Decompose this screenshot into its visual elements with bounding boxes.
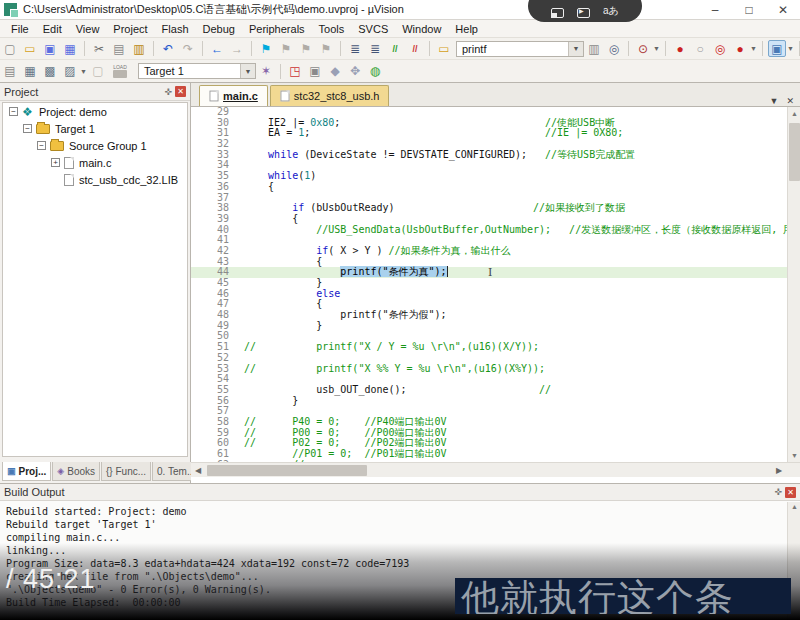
close-panel-icon[interactable]: ✕ <box>175 86 186 97</box>
workspace-tab-books[interactable]: ◈Books <box>52 462 100 481</box>
scroll-left-icon[interactable]: ◀ <box>191 463 205 478</box>
breakpoint-enable-icon[interactable]: ○ <box>691 40 709 57</box>
options-for-target-icon[interactable]: ✶ <box>257 63 275 80</box>
pin-icon[interactable]: ✜ <box>164 87 172 97</box>
batch-build-icon[interactable]: ▨ <box>61 63 79 80</box>
menu-flash[interactable]: Flash <box>155 23 196 35</box>
comment-icon[interactable]: // <box>386 40 404 57</box>
miniplayer-icon[interactable] <box>551 8 564 18</box>
copy-icon[interactable]: ▤ <box>110 40 128 57</box>
expand-icon[interactable]: + <box>51 158 60 167</box>
bookmark-next-icon[interactable]: ⚑ <box>297 40 315 57</box>
menu-help[interactable]: Help <box>448 23 485 35</box>
scroll-up-icon[interactable]: ▲ <box>788 503 800 510</box>
chevron-down-icon[interactable]: ▼ <box>240 64 255 78</box>
maximize-button[interactable]: □ <box>732 0 766 20</box>
collapse-icon[interactable]: − <box>23 124 32 133</box>
tree-item-target-1[interactable]: −Target 1 <box>3 120 187 137</box>
uncomment-icon[interactable]: // <box>406 40 424 57</box>
tree-item-project-demo[interactable]: −❖Project: demo <box>3 103 187 120</box>
breakpoint-insert-icon[interactable]: ● <box>671 40 689 57</box>
menu-file[interactable]: File <box>4 23 36 35</box>
paste-icon[interactable]: ▥ <box>130 40 148 57</box>
editor-tab-label: stc32_stc8_usb.h <box>294 90 380 102</box>
manage-components-icon[interactable]: ◳ <box>286 63 304 80</box>
stop-build-icon[interactable]: ▢ <box>89 63 107 80</box>
close-button[interactable]: ✕ <box>766 0 800 20</box>
new-file-icon[interactable]: ▢ <box>1 40 19 57</box>
chevron-down-icon[interactable]: ▼ <box>80 68 88 75</box>
binoculars-icon[interactable]: ◎ <box>605 40 623 57</box>
menu-edit[interactable]: Edit <box>36 23 69 35</box>
pack-installer-icon[interactable]: ◍ <box>366 63 384 80</box>
workspace-tab-func[interactable]: {} Func... <box>101 462 151 481</box>
navigate-forward-icon[interactable]: → <box>228 40 246 57</box>
tree-item-stc-usb-cdc-32-lib[interactable]: stc_usb_cdc_32.LIB <box>3 171 187 188</box>
tab-list-dropdown-icon[interactable]: ▼ <box>770 96 779 106</box>
editor-tab-main-c[interactable]: main.c <box>199 85 268 106</box>
collapse-icon[interactable]: − <box>37 141 46 150</box>
search-input[interactable]: printf <box>462 43 486 55</box>
menu-debug[interactable]: Debug <box>196 23 242 35</box>
undo-icon[interactable]: ↶ <box>159 40 177 57</box>
window-layout-icon[interactable]: ▣ <box>768 40 786 57</box>
unindent-icon[interactable]: ≣ <box>346 40 364 57</box>
target-select[interactable]: Target 1▼ <box>138 63 256 79</box>
select-device-icon[interactable]: ◆ <box>326 63 344 80</box>
toolbar-separator <box>84 41 85 56</box>
translate-file-icon[interactable]: ▤ <box>1 63 19 80</box>
chevron-down-icon[interactable]: ▼ <box>750 45 758 52</box>
indent-icon[interactable]: ≣ <box>366 40 384 57</box>
search-combobox[interactable]: printf▼ <box>456 41 584 57</box>
horizontal-scroll-thumb[interactable] <box>207 465 367 476</box>
menu-window[interactable]: Window <box>395 23 448 35</box>
scroll-up-icon[interactable]: ▲ <box>788 107 800 120</box>
bookmark-prev-icon[interactable]: ⚑ <box>277 40 295 57</box>
chevron-down-icon[interactable]: ▼ <box>787 45 795 52</box>
menu-peripherals[interactable]: Peripherals <box>242 23 312 35</box>
breakpoint-kill-all-icon[interactable]: ● <box>731 40 749 57</box>
cut-icon[interactable]: ✂ <box>90 40 108 57</box>
collapse-icon[interactable]: − <box>9 107 18 116</box>
workspace-tab-proj[interactable]: ▣Proj... <box>2 462 51 481</box>
breakpoint-disable-icon[interactable]: ◎ <box>711 40 729 57</box>
file-extensions-icon[interactable]: ▣ <box>306 63 324 80</box>
build-icon[interactable]: ▦ <box>21 63 39 80</box>
pin-icon[interactable]: ✜ <box>774 487 782 497</box>
bookmark-clear-icon[interactable]: ⚑ <box>317 40 335 57</box>
open-file-icon[interactable]: ▭ <box>21 40 39 57</box>
redo-icon[interactable]: ↷ <box>179 40 197 57</box>
find-next-icon[interactable]: ▥ <box>585 40 603 57</box>
code-line-31: 31 EA = 1; //IE |= 0X80; <box>191 128 787 139</box>
close-panel-icon[interactable]: ✕ <box>785 487 796 498</box>
rebuild-all-icon[interactable]: ▩ <box>41 63 59 80</box>
tree-item-main-c[interactable]: +main.c <box>3 154 187 171</box>
chevron-down-icon[interactable]: ▼ <box>568 42 583 56</box>
menu-svcs[interactable]: SVCS <box>351 23 395 35</box>
run-to-line-icon[interactable]: ⊙ <box>634 40 652 57</box>
tree-item-source-group-1[interactable]: −Source Group 1 <box>3 137 187 154</box>
download-load-icon[interactable]: LOAD <box>108 64 132 78</box>
bookmark-toggle-icon[interactable]: ⚑ <box>257 40 275 57</box>
minimize-button[interactable]: – <box>698 0 732 20</box>
editor-horizontal-scrollbar[interactable]: ◀ ▶ <box>191 462 800 477</box>
editor-vertical-scrollbar[interactable]: ▲ ▼ <box>787 107 800 462</box>
chevron-down-icon[interactable]: ▼ <box>653 45 661 52</box>
scroll-down-icon[interactable]: ▼ <box>788 449 800 462</box>
code-line-36: 36 { <box>191 182 787 193</box>
save-icon[interactable]: ▣ <box>41 40 59 57</box>
menu-view[interactable]: View <box>69 23 107 35</box>
manage-books-icon[interactable]: ✥ <box>346 63 364 80</box>
close-document-icon[interactable]: ✕ <box>786 96 794 106</box>
vertical-scroll-thumb[interactable] <box>789 123 800 181</box>
editor-tab-stc32-stc8-usb-h[interactable]: stc32_stc8_usb.h <box>270 85 390 106</box>
translate-icon[interactable]: aあ <box>603 4 619 18</box>
menu-project[interactable]: Project <box>106 23 154 35</box>
menu-tools[interactable]: Tools <box>312 23 352 35</box>
save-all-icon[interactable]: ▦ <box>61 40 79 57</box>
code-area[interactable]: 2930 IE2 |= 0x80; //使能USB中断31 EA = 1; //… <box>191 107 787 462</box>
find-in-files-icon[interactable]: ▭ <box>435 40 453 57</box>
scroll-right-icon[interactable]: ▶ <box>772 463 786 478</box>
video-popup-icon[interactable] <box>577 8 590 18</box>
navigate-back-icon[interactable]: ← <box>208 40 226 57</box>
